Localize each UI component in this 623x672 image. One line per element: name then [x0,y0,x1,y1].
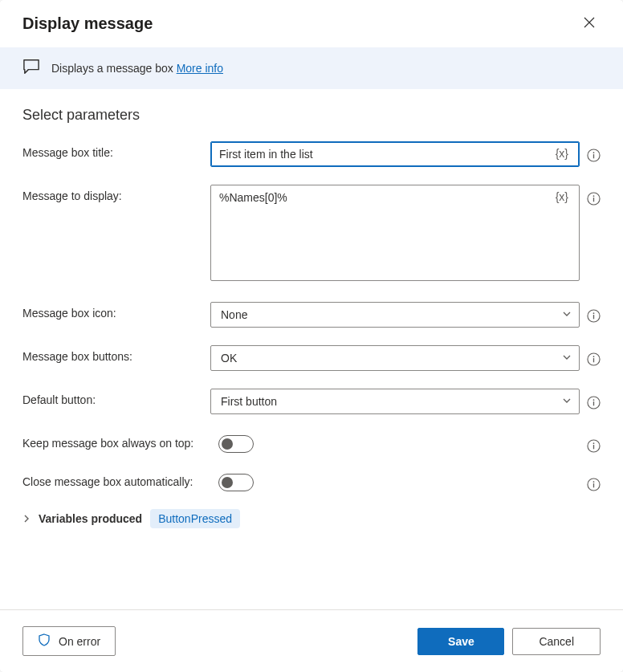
message-box-icon [22,59,40,78]
label-default-button: Default button: [22,389,210,406]
default-button-select-wrap: First button [210,389,580,414]
buttons-select-wrap: OK [210,345,580,371]
label-buttons: Message box buttons: [22,345,210,363]
banner-text: Displays a message box More info [51,62,223,75]
footer-actions: Save Cancel [417,628,601,655]
default-button-select[interactable]: First button [210,389,580,414]
close-icon [583,16,596,31]
svg-rect-11 [592,358,593,362]
svg-rect-8 [592,315,593,319]
info-icon[interactable] [586,352,601,366]
close-button[interactable] [578,11,601,36]
svg-point-7 [592,312,594,314]
svg-point-10 [592,356,594,357]
save-button[interactable]: Save [417,628,504,655]
row-title: Message box title: {x} [22,141,601,167]
svg-rect-5 [592,198,593,202]
row-buttons: Message box buttons: OK [22,345,601,371]
section-title: Select parameters [22,107,601,124]
info-icon[interactable] [586,477,601,491]
chevron-right-icon [22,511,31,526]
message-textarea[interactable] [210,185,580,281]
variable-chip[interactable]: ButtonPressed [150,509,240,528]
icon-select[interactable]: None [210,302,580,328]
svg-rect-20 [592,483,593,487]
cancel-button[interactable]: Cancel [512,628,601,655]
on-top-toggle[interactable] [218,435,254,453]
row-auto-close: Close message box automatically: [22,470,601,491]
on-error-label: On error [59,635,100,648]
variables-label: Variables produced [39,512,142,525]
more-info-link[interactable]: More info [177,62,223,75]
svg-point-16 [592,442,594,444]
dialog-title: Display message [22,14,153,33]
label-auto-close: Close message box automatically: [22,470,218,488]
svg-point-1 [592,152,594,153]
svg-rect-17 [592,445,593,449]
message-input-wrap: {x} [210,185,580,284]
svg-rect-2 [592,154,593,158]
insert-variable-button[interactable]: {x} [551,146,573,161]
buttons-select[interactable]: OK [210,345,580,371]
label-message: Message to display: [22,185,210,202]
shield-icon [38,633,51,649]
row-icon: Message box icon: None [22,302,601,328]
dialog-content: Select parameters Message box title: {x}… [0,89,623,609]
insert-variable-button[interactable]: {x} [551,189,573,204]
toggle-knob [222,477,233,488]
on-error-button[interactable]: On error [22,626,116,656]
variables-produced-row[interactable]: Variables produced ButtonPressed [22,509,601,528]
row-default-button: Default button: First button [22,389,601,414]
svg-point-13 [592,399,594,401]
label-title: Message box title: [22,141,210,159]
label-icon: Message box icon: [22,302,210,320]
info-icon[interactable] [586,308,601,323]
svg-point-4 [592,195,594,197]
banner-desc: Displays a message box [51,62,177,75]
row-message: Message to display: {x} [22,185,601,284]
display-message-dialog: Display message Displays a message box M… [0,0,623,672]
dialog-header: Display message [0,0,623,47]
info-icon[interactable] [586,395,601,409]
info-icon[interactable] [586,438,601,453]
svg-rect-14 [592,401,593,405]
dialog-footer: On error Save Cancel [0,609,623,672]
svg-point-19 [592,481,594,483]
info-banner: Displays a message box More info [0,47,623,89]
title-input-wrap: {x} [210,141,580,167]
label-on-top: Keep message box always on top: [22,432,218,450]
title-input[interactable] [210,141,580,167]
info-icon[interactable] [586,191,601,206]
icon-select-wrap: None [210,302,580,328]
toggle-knob [222,438,233,450]
row-on-top: Keep message box always on top: [22,432,601,453]
info-icon[interactable] [586,148,601,162]
auto-close-toggle[interactable] [218,474,254,491]
